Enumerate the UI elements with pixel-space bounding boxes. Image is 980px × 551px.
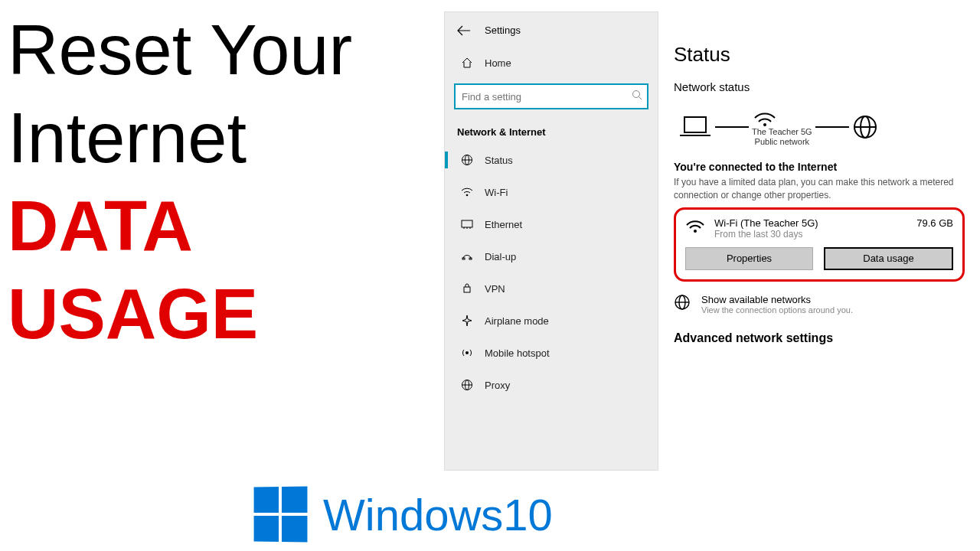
settings-label: Settings xyxy=(485,24,521,36)
svg-point-13 xyxy=(466,351,469,354)
sidebar-item-proxy[interactable]: Proxy xyxy=(445,369,658,401)
svg-point-19 xyxy=(763,123,766,126)
laptop-icon xyxy=(678,114,712,140)
ethernet-icon xyxy=(460,217,474,231)
title-line-2: Internet xyxy=(8,94,436,182)
title-line-1: Reset Your xyxy=(8,6,436,94)
svg-point-5 xyxy=(466,194,469,197)
svg-line-1 xyxy=(639,97,642,100)
show-networks-desc: View the connection options around you. xyxy=(701,305,853,315)
sidebar-item-home[interactable]: Home xyxy=(445,47,658,79)
sidebar-item-airplane-mode[interactable]: Airplane mode xyxy=(445,305,658,337)
svg-rect-17 xyxy=(684,117,706,132)
svg-point-0 xyxy=(633,91,640,98)
search-container xyxy=(454,83,648,109)
network-type: Public network xyxy=(752,137,812,147)
sidebar-item-label: Mobile hotspot xyxy=(485,347,550,359)
search-icon xyxy=(632,90,642,100)
thumbnail-title: Reset Your Internet DATA USAGE xyxy=(8,6,436,358)
network-status-heading: Network status xyxy=(674,80,965,93)
sidebar-item-vpn[interactable]: VPN xyxy=(445,272,658,305)
connection-period: From the last 30 days xyxy=(714,229,907,240)
wifi-icon xyxy=(685,217,705,234)
properties-button[interactable]: Properties xyxy=(685,247,813,270)
sidebar-item-label: Status xyxy=(485,155,513,166)
network-name: The Teacher 5G xyxy=(752,127,812,137)
main-panel: Status Network status The Teacher 5G Pub… xyxy=(674,43,965,345)
sidebar-item-label: VPN xyxy=(485,283,505,295)
status-icon xyxy=(460,153,474,167)
windows-icon xyxy=(254,486,308,542)
sidebar-item-dial-up[interactable]: Dial-up xyxy=(445,240,658,272)
sidebar-item-label: Dial-up xyxy=(485,251,516,262)
page-title: Status xyxy=(674,43,965,67)
globe-icon xyxy=(852,114,878,140)
hotspot-icon xyxy=(460,346,474,360)
connected-description: If you have a limited data plan, you can… xyxy=(674,176,965,201)
svg-rect-6 xyxy=(462,220,472,227)
search-input[interactable] xyxy=(454,83,648,109)
sidebar-item-label: Ethernet xyxy=(485,219,522,230)
wifi-icon xyxy=(460,185,474,199)
data-amount: 79.6 GB xyxy=(916,217,953,229)
sidebar-item-label: Wi-Fi xyxy=(485,187,508,198)
wifi-icon xyxy=(752,107,812,127)
title-line-3: DATA xyxy=(8,182,436,270)
usage-card: Wi-Fi (The Teacher 5G) From the last 30 … xyxy=(674,207,965,282)
sidebar-item-status[interactable]: Status xyxy=(445,144,658,176)
windows-logo: Windows10 xyxy=(253,487,553,542)
dialup-icon xyxy=(460,249,474,263)
connection-name: Wi-Fi (The Teacher 5G) xyxy=(714,217,907,229)
svg-rect-12 xyxy=(464,287,470,292)
title-line-4: USAGE xyxy=(8,270,436,358)
sidebar-item-label: Home xyxy=(485,57,511,69)
vpn-icon xyxy=(460,282,474,295)
advanced-heading: Advanced network settings xyxy=(674,331,965,345)
sidebar-item-label: Airplane mode xyxy=(485,315,549,327)
home-icon xyxy=(460,56,474,70)
show-networks-link[interactable]: Show available networks View the connect… xyxy=(674,294,965,315)
settings-sidebar: Settings Home Network & Internet StatusW… xyxy=(444,11,658,471)
back-icon[interactable] xyxy=(457,25,471,36)
sidebar-item-mobile-hotspot[interactable]: Mobile hotspot xyxy=(445,337,658,369)
windows-label: Windows10 xyxy=(323,489,553,540)
sidebar-item-wi-fi[interactable]: Wi-Fi xyxy=(445,176,658,208)
proxy-icon xyxy=(460,378,474,392)
sidebar-item-label: Proxy xyxy=(485,380,510,391)
network-diagram: The Teacher 5G Public network xyxy=(674,104,965,148)
sidebar-item-ethernet[interactable]: Ethernet xyxy=(445,208,658,240)
connected-heading: You're connected to the Internet xyxy=(674,161,965,173)
data-usage-button[interactable]: Data usage xyxy=(824,247,953,270)
show-networks-title: Show available networks xyxy=(701,294,853,305)
airplane-icon xyxy=(460,314,474,328)
section-heading: Network & Internet xyxy=(445,119,658,144)
svg-point-23 xyxy=(694,230,697,233)
globe-icon xyxy=(674,294,691,315)
